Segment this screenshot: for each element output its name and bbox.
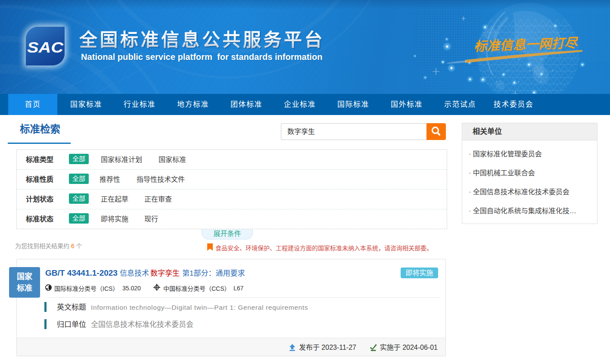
svg-text:SAC: SAC: [27, 39, 64, 56]
